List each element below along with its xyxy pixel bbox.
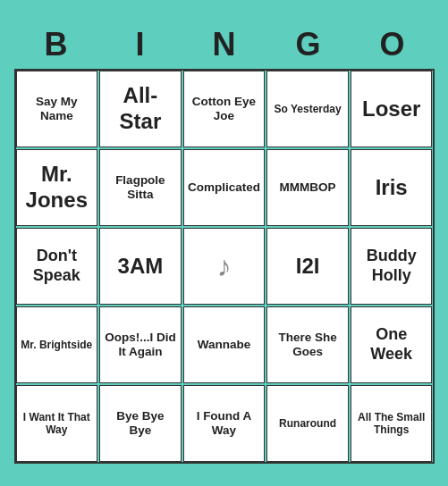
bingo-cell-12[interactable]: ♪ bbox=[183, 228, 266, 305]
letter-i: I bbox=[98, 22, 182, 67]
bingo-cell-7[interactable]: Complicated bbox=[183, 149, 266, 226]
bingo-cell-23[interactable]: Runaround bbox=[266, 385, 349, 462]
bingo-cell-14[interactable]: Buddy Holly bbox=[351, 228, 433, 305]
bingo-cell-5[interactable]: Mr. Jones bbox=[16, 149, 98, 226]
bingo-cell-0[interactable]: Say My Name bbox=[16, 71, 98, 147]
bingo-cell-8[interactable]: MMMBOP bbox=[266, 149, 349, 226]
bingo-cell-11[interactable]: 3AM bbox=[99, 228, 182, 305]
letter-b: B bbox=[14, 22, 98, 67]
bingo-cell-9[interactable]: Iris bbox=[351, 149, 433, 226]
bingo-cell-4[interactable]: Loser bbox=[351, 71, 433, 147]
letter-g: G bbox=[266, 22, 351, 67]
bingo-card: B I N G O Say My NameAll-StarCotton Eye … bbox=[5, 13, 444, 473]
bingo-cell-21[interactable]: Bye Bye Bye bbox=[99, 385, 182, 462]
bingo-cell-20[interactable]: I Want It That Way bbox=[16, 385, 98, 462]
bingo-cell-24[interactable]: All The Small Things bbox=[351, 385, 433, 462]
bingo-cell-2[interactable]: Cotton Eye Joe bbox=[183, 71, 266, 147]
bingo-cell-18[interactable]: There She Goes bbox=[266, 306, 349, 383]
bingo-cell-19[interactable]: One Week bbox=[351, 306, 433, 383]
bingo-grid: Say My NameAll-StarCotton Eye JoeSo Yest… bbox=[14, 69, 435, 464]
bingo-cell-6[interactable]: Flagpole Sitta bbox=[99, 149, 182, 226]
bingo-cell-3[interactable]: So Yesterday bbox=[266, 71, 349, 147]
bingo-cell-1[interactable]: All-Star bbox=[99, 71, 182, 147]
bingo-header: B I N G O bbox=[14, 22, 435, 67]
bingo-cell-10[interactable]: Don't Speak bbox=[16, 228, 98, 305]
bingo-cell-22[interactable]: I Found A Way bbox=[183, 385, 266, 462]
letter-o: O bbox=[351, 22, 435, 67]
letter-n: N bbox=[182, 22, 266, 67]
bingo-cell-15[interactable]: Mr. Brightside bbox=[16, 306, 98, 383]
bingo-cell-13[interactable]: I2I bbox=[266, 228, 349, 305]
bingo-cell-16[interactable]: Oops!...I Did It Again bbox=[99, 306, 182, 383]
bingo-cell-17[interactable]: Wannabe bbox=[183, 306, 266, 383]
